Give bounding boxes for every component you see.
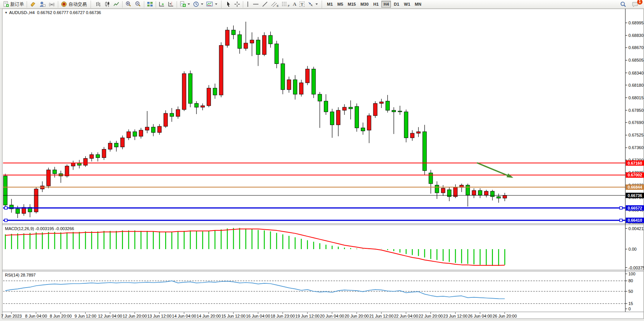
- trendline-button[interactable]: [260, 0, 269, 8]
- candles-chart-button[interactable]: [103, 0, 112, 8]
- candle: [102, 149, 106, 157]
- timeframe-button-MN[interactable]: MN: [413, 1, 423, 8]
- main-toolbar: 新订单 自动交易: [0, 0, 644, 9]
- timeframe-button-M1[interactable]: M1: [325, 1, 335, 8]
- crosshair-button[interactable]: [233, 0, 242, 8]
- candle: [96, 155, 100, 158]
- fibonacci-button[interactable]: F: [280, 0, 291, 8]
- candle: [269, 35, 273, 44]
- line-handle[interactable]: [620, 207, 622, 209]
- bars-chart-button[interactable]: [94, 0, 103, 8]
- vertical-line-button[interactable]: [244, 0, 251, 8]
- fibo-label: F: [288, 4, 290, 8]
- candle: [300, 83, 303, 94]
- toolbar-separator: [243, 1, 243, 8]
- candle: [250, 40, 254, 43]
- svg-text:0.00: 0.00: [628, 247, 636, 251]
- svg-text:26 Jun 04:00: 26 Jun 04:00: [468, 314, 492, 318]
- signals-button[interactable]: [47, 0, 57, 8]
- candle: [176, 110, 180, 116]
- candle: [386, 101, 389, 110]
- notifications-container: 1: [630, 0, 640, 8]
- periods-button[interactable]: [191, 0, 205, 8]
- timeframe-button-M30[interactable]: M30: [359, 1, 370, 8]
- zoom-in-button[interactable]: [124, 0, 133, 8]
- chart-canvas[interactable]: 0.689950.688300.686700.685050.683400.681…: [0, 0, 644, 321]
- svg-text:0.68830: 0.68830: [628, 33, 644, 38]
- cursor-button[interactable]: [224, 0, 233, 8]
- svg-text:80: 80: [628, 278, 633, 283]
- line-handle[interactable]: [5, 207, 7, 209]
- timeframe-button-W1[interactable]: W1: [402, 1, 412, 8]
- timeframe-button-H1[interactable]: H1: [371, 1, 381, 8]
- line-handle[interactable]: [620, 219, 622, 222]
- chart-shift-icon: [168, 1, 174, 7]
- candle: [194, 103, 198, 107]
- rsi-indicator-label: RSI(14) 28.7897: [5, 273, 36, 277]
- svg-text:0.68995: 0.68995: [628, 21, 644, 25]
- search-button[interactable]: [618, 0, 628, 8]
- timeframe-button-H4[interactable]: H4: [381, 1, 391, 8]
- candle: [281, 64, 285, 89]
- toolbar-grip[interactable]: [322, 1, 323, 8]
- timeframe-button-M5[interactable]: M5: [335, 1, 345, 8]
- line-chart-button[interactable]: [112, 0, 121, 8]
- new-order-button[interactable]: 新订单: [2, 0, 26, 8]
- candle: [151, 127, 155, 132]
- candle: [398, 111, 402, 112]
- timeframe-button-M15[interactable]: M15: [346, 1, 358, 8]
- svg-text:19 Jun 12:00: 19 Jun 12:00: [295, 314, 320, 318]
- candle: [404, 112, 408, 138]
- candle: [3, 176, 7, 205]
- svg-text:0.66410: 0.66410: [628, 218, 642, 222]
- svg-text:0.66844: 0.66844: [628, 185, 642, 189]
- rsi-value: 28.7897: [21, 273, 36, 277]
- autotrading-button[interactable]: 自动交易: [59, 0, 88, 8]
- text-button[interactable]: A: [291, 0, 298, 8]
- candle: [447, 190, 451, 197]
- tile-windows-button[interactable]: [145, 0, 155, 8]
- templates-button[interactable]: [205, 0, 219, 8]
- candle: [429, 173, 433, 184]
- svg-text:9 Jun 12:00: 9 Jun 12:00: [75, 314, 97, 318]
- autotrading-label: 自动交易: [69, 1, 87, 8]
- text-icon: A: [293, 1, 296, 7]
- zoom-out-button[interactable]: [133, 0, 143, 8]
- channel-button[interactable]: E: [269, 0, 280, 8]
- indicators-button[interactable]: [178, 0, 191, 8]
- line-handle[interactable]: [5, 219, 7, 222]
- styler-button[interactable]: [28, 0, 38, 8]
- toolbar-separator: [27, 1, 27, 8]
- notification-badge[interactable]: 1: [637, 0, 642, 5]
- chart-collapse-icon[interactable]: ▼: [5, 11, 8, 14]
- svg-text:0.004211: 0.004211: [628, 226, 644, 231]
- candle: [349, 107, 352, 109]
- search-icon: [620, 1, 626, 8]
- candle: [182, 74, 186, 110]
- svg-text:26 Jun 20:00: 26 Jun 20:00: [493, 314, 517, 318]
- arrows-tool-button[interactable]: [306, 0, 319, 8]
- candle: [262, 35, 266, 54]
- toolbar-grip[interactable]: [221, 1, 222, 8]
- candle: [497, 197, 501, 198]
- candle: [275, 44, 279, 64]
- horizontal-line-button[interactable]: [251, 0, 260, 8]
- auto-scroll-button[interactable]: [157, 0, 166, 8]
- profile-button[interactable]: [38, 0, 47, 8]
- candle: [256, 40, 260, 54]
- candle: [127, 132, 131, 138]
- toolbar-grip[interactable]: [91, 1, 92, 8]
- timeframe-button-D1[interactable]: D1: [392, 1, 401, 8]
- chart-shift-button[interactable]: [166, 0, 175, 8]
- channel-icon: [271, 1, 277, 7]
- svg-text:0.67850: 0.67850: [628, 108, 644, 113]
- candle: [188, 74, 192, 103]
- chart-toolbar-group: [94, 0, 219, 9]
- svg-text:14 Jun 04:00: 14 Jun 04:00: [172, 314, 196, 318]
- candle: [392, 110, 396, 112]
- auto-scroll-icon: [159, 1, 165, 7]
- styler-icon: [30, 1, 36, 7]
- text-label-button[interactable]: T: [298, 0, 306, 8]
- candle: [231, 30, 235, 35]
- svg-text:8 Jun 04:00: 8 Jun 04:00: [25, 314, 47, 318]
